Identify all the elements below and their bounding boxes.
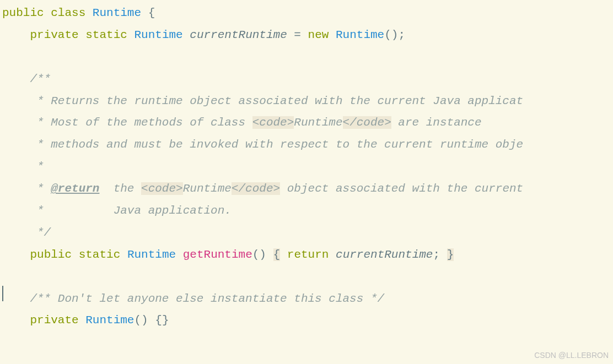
code-tag: <code> <box>141 182 183 195</box>
javadoc-line: * <box>2 160 44 173</box>
constructor: Runtime <box>336 29 384 41</box>
javadoc-return-tag: @return <box>51 182 99 195</box>
javadoc-close: */ <box>2 226 51 239</box>
code-tag: <code> <box>252 116 294 129</box>
paren: () <box>384 29 398 41</box>
brace: } <box>447 248 454 261</box>
code-tag: </code> <box>232 182 280 195</box>
paren: () <box>134 314 148 327</box>
code-block: public class Runtime { private static Ru… <box>2 2 613 332</box>
paren: () <box>252 248 266 261</box>
braces: {} <box>155 314 169 327</box>
brace: { <box>273 248 281 261</box>
javadoc-line: * methods and must be invoked with respe… <box>2 138 523 151</box>
text-cursor <box>2 286 3 301</box>
javadoc-line: * <box>2 182 51 195</box>
keyword-class: class <box>51 7 85 19</box>
javadoc-line: * Most of the methods of class <box>2 116 252 129</box>
keyword-private: private <box>30 29 78 41</box>
keyword-private: private <box>30 314 78 327</box>
keyword-return: return <box>287 248 329 261</box>
identifier: currentRuntime <box>336 248 433 261</box>
watermark: CSDN @LL.LEBRON <box>534 348 609 363</box>
javadoc-text: the <box>99 182 141 195</box>
javadoc-open: /** <box>2 73 51 85</box>
javadoc-text: Runtime <box>294 116 342 129</box>
javadoc-text: object associated with the current <box>280 182 523 195</box>
brace: { <box>148 7 155 19</box>
javadoc-text: are instance <box>391 116 482 129</box>
method-name: getRuntime <box>183 248 252 261</box>
type: Runtime <box>127 248 176 261</box>
code-tag: </code> <box>343 116 391 129</box>
semicolon: ; <box>433 248 440 261</box>
javadoc-text: Runtime <box>183 182 232 195</box>
keyword-public: public <box>30 248 72 261</box>
class-name: Runtime <box>93 7 141 19</box>
operator: = <box>287 29 308 41</box>
keyword-public: public <box>2 7 44 19</box>
keyword-static: static <box>79 248 121 261</box>
type: Runtime <box>134 29 182 41</box>
constructor: Runtime <box>85 314 134 327</box>
semicolon: ; <box>398 29 405 41</box>
keyword-static: static <box>85 29 127 41</box>
comment-line: /** Don't let anyone else instantiate th… <box>2 292 384 305</box>
keyword-new: new <box>308 29 329 41</box>
javadoc-line: * Returns the runtime object associated … <box>2 95 523 107</box>
identifier: currentRuntime <box>190 29 287 41</box>
javadoc-line: * Java application. <box>2 204 232 217</box>
